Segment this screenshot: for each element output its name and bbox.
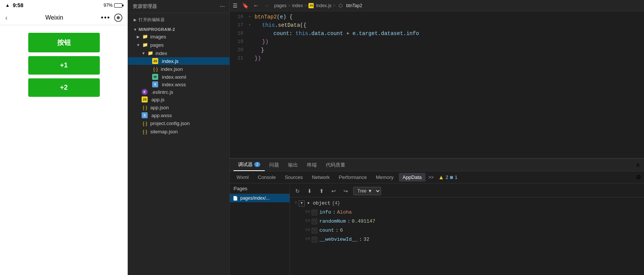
bookmark-icon[interactable]: 🔖 [242, 3, 249, 9]
inner-tab-performance-label: Performance [339, 174, 367, 180]
inner-tab-console[interactable]: Console [254, 173, 280, 182]
phone-button-2[interactable]: +1 [28, 56, 100, 75]
data-key-webviewId: __webviewId__ [319, 235, 357, 244]
code-editor[interactable]: 16 ▾ btnTap2(e) { 17 ▾ this.setData({ 18… [230, 11, 644, 158]
pages-item-index[interactable]: 📄 pages/index/... [230, 194, 290, 202]
file-app-json[interactable]: {·} app.json [128, 103, 229, 112]
folder-images[interactable]: ▶ 📁 images [128, 32, 229, 41]
expand-count[interactable]: □ [312, 228, 317, 233]
code-line-18: 18 count: this.data.count + e.target.dat… [230, 29, 644, 38]
data-key-info: info [319, 208, 331, 217]
file-index-js-label: index.js [162, 58, 179, 64]
back-icon[interactable]: ← [253, 2, 259, 9]
expand-webviewId[interactable]: □ [312, 237, 317, 242]
crumb-sep-2: > [304, 3, 307, 8]
tab-terminal[interactable]: 终端 [302, 159, 321, 171]
inner-tab-sources[interactable]: Sources [281, 173, 307, 182]
file-app-wxss[interactable]: S app.wxss [128, 112, 229, 119]
inner-tab-wxml[interactable]: Wxml [233, 173, 253, 182]
crumb-indexjs: index.js [316, 3, 331, 8]
data-sep-count: : [336, 226, 339, 235]
line-num-19: 19 [230, 38, 249, 46]
file-app-js[interactable]: JS app.js [128, 96, 229, 103]
open-editors-header[interactable]: ▶ 打开的编辑器 [128, 16, 229, 23]
phone-button-3[interactable]: +2 [28, 78, 100, 97]
tab-output[interactable]: 输出 [284, 159, 302, 171]
drag-handle-object: ⠿ [295, 199, 297, 208]
file-index-wxss-label: index.wxss [162, 82, 186, 87]
hamburger-icon[interactable]: ☰ [233, 3, 238, 9]
open-editors-section: ▶ 打开的编辑器 [128, 15, 229, 25]
pages-item-icon: 📄 [233, 196, 238, 201]
tab-problems[interactable]: 问题 [265, 159, 284, 171]
redo-button[interactable]: ↪ [341, 186, 350, 196]
expand-object[interactable]: ▼ [299, 200, 305, 206]
editor-panel: ☰ 🔖 ← → pages > index > JS index.js > ⬡ … [230, 0, 644, 275]
file-eslintrc-icon: E [142, 89, 148, 95]
folder-images-label: images [150, 34, 166, 40]
collapse-button[interactable]: ⬆ [317, 186, 326, 196]
file-index-js-icon: JS [152, 58, 158, 64]
file-index-js[interactable]: JS index.js [128, 57, 229, 65]
pages-item-label: pages/index/... [240, 196, 270, 201]
expand-info[interactable]: □ [312, 210, 317, 215]
inner-tab-appdata[interactable]: AppData [399, 173, 426, 182]
tab-code-quality[interactable]: 代码质量 [321, 159, 350, 171]
open-editors-arrow: ▶ [133, 18, 138, 22]
crumb-index: index [292, 3, 303, 8]
inner-tab-network-label: Network [312, 174, 330, 180]
tab-debugger-label: 调试器 [238, 161, 253, 168]
phone-button-1[interactable]: 按钮 [28, 33, 100, 52]
file-project-config-label: project.config.json [150, 121, 190, 126]
explorer-more-icon[interactable]: ··· [220, 3, 225, 10]
folder-pages[interactable]: ▼ 📁 pages [128, 41, 229, 49]
inner-tab-performance[interactable]: Performance [335, 173, 371, 182]
debug-collapse-icon[interactable]: ∧ [636, 161, 640, 168]
tab-code-quality-label: 代码质量 [326, 162, 345, 168]
phone-signal: ▲ 9:58 [5, 2, 23, 8]
file-sitemap-icon: {·} [142, 128, 148, 135]
nav-record-icon[interactable] [114, 14, 122, 22]
debug-tabs: 调试器 2 问题 输出 终端 代码质量 ∧ [230, 159, 644, 171]
line-code-16: btnTap2(e) { [255, 13, 293, 21]
file-index-wxml[interactable]: W index.wxml [128, 73, 229, 81]
breadcrumb: pages > index > JS index.js > ⬡ btnTap2 [274, 2, 641, 9]
file-explorer: 资源管理器 ··· ▶ 打开的编辑器 ▼ MINIPROGRAM-2 ▶ 📁 i… [128, 0, 230, 275]
data-key-count: count [319, 226, 334, 235]
project-root[interactable]: ▼ MINIPROGRAM-2 [128, 26, 229, 32]
data-sep-webviewId: : [359, 235, 362, 244]
warning-count: 2 [446, 175, 448, 180]
file-index-json-label: index.json [161, 66, 183, 72]
code-line-16: 16 ▾ btnTap2(e) { [230, 13, 644, 21]
inner-tab-network[interactable]: Network [308, 173, 334, 182]
line-arrow-17: ▾ [249, 21, 255, 29]
undo-button[interactable]: ↩ [329, 186, 338, 196]
phone-nav-right: ••• [101, 14, 122, 22]
folder-index[interactable]: ▼ 📁 index [128, 49, 229, 57]
drag-handle-webviewId: ⠿⠿ [305, 235, 310, 244]
forward-icon[interactable]: → [264, 2, 270, 9]
folder-images-icon: 📁 [142, 33, 148, 40]
folder-pages-arrow: ▼ [136, 43, 141, 47]
file-index-json[interactable]: {·} index.json [128, 65, 229, 73]
file-eslintrc[interactable]: E .eslintrc.js [128, 88, 229, 96]
tree-selector[interactable]: Tree ▼ Raw [353, 187, 381, 195]
expand-button[interactable]: ⬇ [305, 186, 314, 196]
expand-randomNum[interactable]: □ [312, 219, 317, 224]
file-sitemap[interactable]: {·} sitemap.json [128, 127, 229, 136]
settings-icon[interactable]: ⚙ [636, 174, 641, 181]
line-num-21: 21 [230, 54, 249, 63]
data-object-count: {4} [332, 199, 340, 208]
crumb-sep-3: > [333, 3, 336, 8]
phone-simulator: ▲ 9:58 97% ‹ Weixin ••• 按钮 +1 +2 [0, 0, 128, 275]
nav-dots-icon[interactable]: ••• [101, 14, 110, 22]
file-project-config[interactable]: {·} project.config.json [128, 119, 229, 127]
tab-debugger[interactable]: 调试器 2 [233, 159, 265, 171]
refresh-button[interactable]: ↻ [293, 186, 302, 196]
inner-tab-memory[interactable]: Memory [372, 173, 397, 182]
nav-back-icon[interactable]: ‹ [5, 14, 8, 22]
line-num-16: 16 [230, 13, 249, 21]
drag-handle-count: ⠿⠿ [305, 226, 310, 235]
file-index-wxss[interactable]: S index.wxss [128, 81, 229, 88]
inner-tab-more-icon[interactable]: >> [429, 175, 434, 180]
